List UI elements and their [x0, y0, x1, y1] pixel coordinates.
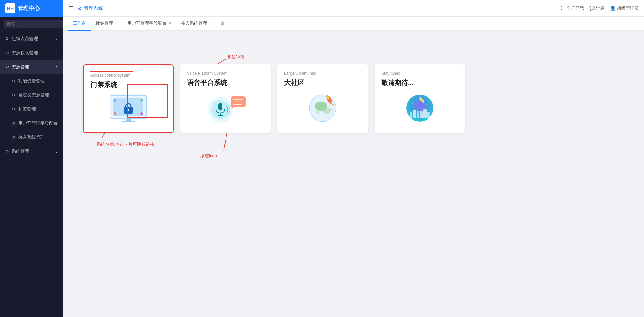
annotation-system-icon: 系统icon — [200, 153, 217, 159]
sidebar-item-label-9: 系统管理 — [12, 148, 29, 154]
card-voice-platform[interactable]: Voice Platform System 语音平台系统 — [180, 64, 271, 133]
sidebar-item-access-sys[interactable]: ⚙ 接入系统管理 — [0, 130, 63, 144]
card-subtitle-4: Stay tuned — [381, 71, 458, 76]
card-subtitle-3: Large Community — [284, 71, 361, 76]
tab-settings-icon[interactable]: ⚙ — [217, 20, 228, 27]
chevron-up-icon: ∧ — [55, 65, 58, 69]
tab-workbench-label: 工作台 — [73, 20, 86, 26]
access-control-icon — [107, 92, 150, 126]
gear-icon-9: ⚙ — [5, 149, 9, 154]
close-icon-tags[interactable]: ✕ — [115, 21, 118, 25]
card-title-3: 大社区 — [284, 78, 361, 87]
card-title-2: 语音平台系统 — [187, 78, 264, 87]
tab-access-mgmt-label: 接入系统管理 — [181, 20, 207, 26]
topbar-right: ⛶ 全屏显示 💬 消息 👤 超级管理员 — [561, 5, 639, 11]
svg-point-45 — [419, 99, 421, 100]
sidebar-item-resource-perm[interactable]: ⚙ 资源权限管理 ∨ — [0, 46, 63, 60]
card-icon-area-1 — [90, 92, 166, 126]
sidebar-menu: ⚙ 组织人员管理 ∨ ⚙ 资源权限管理 ∨ ⚙ 资源管理 ∧ ⚙ 功能资源管理 — [0, 32, 63, 317]
voice-platform-icon — [202, 91, 249, 125]
gear-icon-4: ⚙ — [12, 79, 16, 83]
card-icon-area-4 — [381, 90, 458, 126]
stay-tuned-icon — [403, 91, 437, 125]
user-menu[interactable]: 👤 超级管理员 — [610, 5, 639, 11]
content-area: 系统说明 系统名称,点击卡片可跳转链接 系统icon — [63, 31, 644, 317]
sidebar-item-resource-mgmt[interactable]: ⚙ 资源管理 ∧ — [0, 60, 63, 74]
gear-icon-3: ⚙ — [5, 65, 9, 69]
fullscreen-label: 全屏显示 — [567, 5, 584, 11]
cards-container: 系统说明 系统名称,点击卡片可跳转链接 系统icon — [83, 64, 624, 133]
logo-icon: HH — [5, 3, 15, 13]
tab-workbench[interactable]: 工作台 — [68, 17, 91, 31]
sidebar-item-label-5: 自定义资源管理 — [18, 92, 49, 98]
close-icon-access-mgmt[interactable]: ✕ — [209, 21, 212, 25]
gear-icon-7: ⚙ — [12, 121, 16, 126]
gear-icon-6: ⚙ — [12, 107, 16, 111]
tab-tags-label: 标签管理 — [95, 20, 113, 26]
tabbar: 工作台 标签管理 ✕ 用户可管理字段配置 ✕ 接入系统管理 ✕ ⚙ — [63, 17, 644, 31]
search-input[interactable] — [4, 20, 66, 28]
sidebar-item-tags[interactable]: ⚙ 标签管理 — [0, 102, 63, 116]
message-icon: 💬 — [589, 6, 595, 11]
main-area: ☰ ⚙ 管理系统 ⛶ 全屏显示 💬 消息 👤 超级管理员 工作台 — [63, 0, 644, 317]
svg-point-26 — [323, 108, 331, 114]
card-stay-tuned[interactable]: Stay tuned 敬请期待... — [375, 64, 465, 133]
system-title-text: 管理系统 — [84, 5, 103, 11]
card-title-4: 敬请期待... — [381, 78, 458, 87]
sidebar-item-func[interactable]: ⚙ 功能资源管理 — [0, 74, 63, 88]
svg-rect-39 — [423, 109, 427, 118]
sidebar: HH 管理中心 🔍 ⚙ 组织人员管理 ∨ ⚙ 资源权限管理 ∨ ⚙ — [0, 0, 63, 317]
card-access-control[interactable]: Access control system 门禁系统 — [83, 64, 174, 133]
sidebar-search-area: 🔍 — [0, 17, 63, 32]
topbar: ☰ ⚙ 管理系统 ⛶ 全屏显示 💬 消息 👤 超级管理员 — [63, 0, 644, 17]
svg-rect-35 — [410, 112, 412, 118]
logo-title: 管理中心 — [18, 5, 40, 12]
svg-point-6 — [127, 109, 129, 111]
user-label: 超级管理员 — [617, 5, 639, 11]
fullscreen-icon: ⛶ — [561, 6, 565, 11]
gear-icon-8: ⚙ — [12, 135, 16, 140]
sidebar-item-label-4: 功能资源管理 — [18, 78, 45, 84]
topbar-title: ⚙ 管理系统 — [78, 5, 103, 11]
svg-point-32 — [330, 109, 332, 110]
annotation-system-desc: 系统说明 — [227, 54, 245, 60]
annotation-system-name-text: 系统名称,点击卡片可跳转链接 — [96, 142, 154, 147]
logo-icon-text: HH — [7, 6, 14, 11]
svg-rect-37 — [417, 111, 419, 118]
annotation-system-desc-text: 系统说明 — [227, 54, 245, 60]
card-title-1: 门禁系统 — [90, 80, 166, 89]
cards-row: Access control system 门禁系统 — [83, 64, 624, 133]
gear-icon: ⚙ — [5, 36, 9, 41]
hamburger-icon[interactable]: ☰ — [68, 5, 74, 12]
svg-rect-36 — [413, 110, 416, 118]
sidebar-item-user-fields[interactable]: ⚙ 用户可管理字段配置 — [0, 116, 63, 130]
sidebar-item-org[interactable]: ⚙ 组织人员管理 ∨ — [0, 32, 63, 46]
tab-user-config[interactable]: 用户可管理字段配置 ✕ — [123, 17, 176, 31]
message-button[interactable]: 💬 消息 — [589, 5, 605, 11]
svg-point-8 — [140, 99, 143, 102]
gear-icon-topbar: ⚙ — [78, 6, 82, 11]
gear-icon-2: ⚙ — [5, 51, 9, 55]
sidebar-item-label-3: 资源管理 — [12, 64, 29, 70]
topbar-left: ☰ ⚙ 管理系统 — [68, 5, 103, 12]
chevron-down-icon-2: ∨ — [55, 51, 58, 55]
sidebar-item-custom[interactable]: ⚙ 自定义资源管理 — [0, 88, 63, 102]
svg-point-7 — [114, 99, 116, 102]
card-large-community[interactable]: Large Community 大社区 — [277, 64, 368, 133]
tab-access-mgmt[interactable]: 接入系统管理 ✕ — [176, 17, 217, 31]
sidebar-logo: HH 管理中心 — [0, 0, 63, 17]
sidebar-item-label-2: 资源权限管理 — [12, 50, 38, 56]
fullscreen-button[interactable]: ⛶ 全屏显示 — [561, 5, 584, 11]
sidebar-item-label-8: 接入系统管理 — [18, 134, 45, 140]
sidebar-item-system[interactable]: ⚙ 系统管理 ∨ — [0, 144, 63, 158]
card-icon-area-3 — [284, 90, 361, 126]
svg-rect-12 — [122, 121, 135, 122]
card-icon-area-2 — [187, 90, 264, 126]
svg-point-9 — [114, 112, 116, 115]
svg-point-31 — [332, 104, 334, 106]
sidebar-item-label-7: 用户可管理字段配置 — [18, 120, 58, 126]
close-icon-user-config[interactable]: ✕ — [169, 21, 172, 25]
tab-tags[interactable]: 标签管理 ✕ — [91, 17, 123, 31]
svg-point-44 — [426, 104, 427, 105]
large-community-icon — [306, 91, 339, 125]
